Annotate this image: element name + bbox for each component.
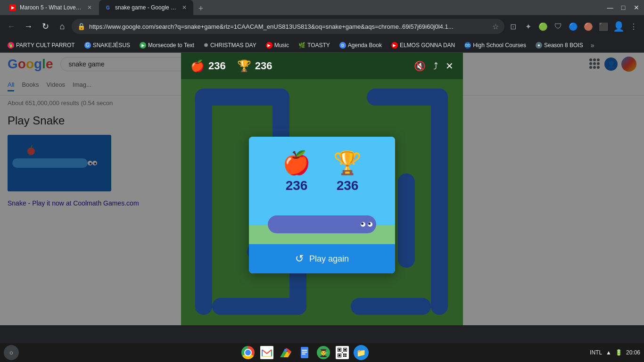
bookmark-christmas-label: CHRISTMAS DAY [210, 42, 256, 49]
bookmark-season8[interactable]: ● Season 8 BOIS [532, 41, 587, 49]
bookmark-party-cult[interactable]: 🦜 PARTY CULT PARROT [4, 41, 79, 49]
nav-right-icons: ⊡ ✦ 🟢 🛡 🔵 🟤 ⬛ 👤 ⋮ [506, 20, 640, 33]
morsecode-favicon: ▶ [140, 42, 146, 49]
home-button[interactable]: ⌂ [55, 19, 70, 34]
drive-icon [279, 346, 292, 359]
refresh-icon: ↺ [295, 253, 304, 265]
game-header-icons: 🔇 ⤴ ✕ [414, 60, 454, 72]
tab-snake-title: snake game - Google Search [115, 4, 177, 11]
battery-icon: 🔋 [615, 349, 622, 356]
google-background: Google 👤 All Books Videos Imag.. [0, 53, 644, 325]
bookmarks-overflow[interactable]: » [591, 41, 594, 49]
back-button[interactable]: ← [4, 19, 19, 34]
share-button[interactable]: ⤴ [433, 61, 438, 72]
extension1-icon[interactable]: 🟢 [537, 20, 550, 33]
current-score-value: 236 [208, 60, 226, 72]
reload-button[interactable]: ↻ [38, 19, 53, 34]
tab-snake-close[interactable]: ✕ [181, 4, 188, 11]
bookmark-highschool-label: High School Courses [473, 42, 526, 49]
svg-rect-9 [195, 89, 212, 315]
profile-icon[interactable]: 👤 [612, 20, 625, 33]
svg-rect-43 [344, 349, 346, 351]
new-tab-button[interactable]: + [194, 2, 207, 15]
page-area: Google 👤 All Books Videos Imag.. [0, 53, 644, 325]
close-button[interactable]: ✕ [633, 4, 640, 11]
play-again-label: Play again [309, 254, 349, 264]
lock-icon: 🔒 [77, 23, 85, 30]
svg-rect-34 [302, 354, 305, 354]
forward-button[interactable]: → [21, 19, 36, 34]
title-bar: ▶ Maroon 5 - What Lovers Do (Lyri... ✕ G… [0, 0, 644, 15]
game-over-modal: 🍎 236 🏆 236 [249, 137, 395, 273]
snake-left-eye [361, 222, 365, 227]
modal-trophy-icon: 🏆 [333, 152, 362, 174]
extension3-icon[interactable]: 🔵 [567, 20, 580, 33]
bookmark-agenda-label: Agenda Book [348, 42, 382, 49]
address-text: https://www.google.com/search?q=snake+ga… [89, 23, 488, 30]
christmas-favicon: ❄ [204, 42, 208, 49]
taskbar-qr[interactable] [334, 344, 351, 361]
bookmark-christmas[interactable]: ❄ CHRISTMAS DAY [200, 41, 260, 49]
svg-rect-33 [302, 352, 307, 353]
nav-bar: ← → ↻ ⌂ 🔒 https://www.google.com/search?… [0, 15, 644, 38]
svg-text:👨‍🎓: 👨‍🎓 [319, 348, 328, 357]
tab-maroon5-title: Maroon 5 - What Lovers Do (Lyri... [20, 4, 83, 11]
bookmark-toasty[interactable]: 🌿 TOASTY [295, 41, 334, 49]
files-icon: 📁 [354, 345, 369, 360]
bookmark-highschool[interactable]: Bb High School Courses [461, 41, 530, 49]
taskbar-chrome[interactable] [239, 344, 256, 361]
play-again-button[interactable]: ↺ Play again [249, 244, 395, 273]
taskbar-files[interactable]: 📁 [353, 344, 370, 361]
svg-rect-46 [339, 354, 340, 356]
minimize-button[interactable]: — [606, 4, 614, 11]
tab-snake[interactable]: G snake game - Google Search ✕ [99, 0, 193, 15]
taskbar-launcher[interactable]: ○ [4, 345, 19, 360]
game-close-button[interactable]: ✕ [446, 60, 454, 72]
modal-best-score: 🏆 236 [333, 152, 362, 193]
gmail-icon [260, 346, 273, 359]
game-header: 🍎 236 🏆 236 🔇 ⤴ ✕ [181, 53, 463, 79]
bookmark-snakejesus[interactable]: G SNAKEJÉSUS [81, 41, 134, 49]
extension5-icon[interactable]: ⬛ [597, 20, 610, 33]
bookmark-music[interactable]: ▶ Music [262, 41, 293, 49]
taskbar-classroom[interactable]: 👨‍🎓 [315, 344, 332, 361]
star-icon[interactable]: ☆ [492, 22, 499, 31]
cast-icon[interactable]: ⊡ [506, 20, 520, 33]
bookmark-morsecode[interactable]: ▶ Morsecode to Text [136, 41, 198, 49]
taskbar-docs[interactable] [296, 344, 313, 361]
svg-rect-17 [367, 89, 448, 106]
modal-apple-icon: 🍎 [282, 152, 311, 174]
wifi-icon: ▲ [606, 349, 611, 356]
tab-maroon5-close[interactable]: ✕ [87, 4, 92, 11]
season8-favicon: ● [536, 42, 542, 49]
svg-rect-20 [351, 298, 431, 315]
music-favicon: ▶ [266, 42, 272, 49]
snake-game-overlay: 🍎 236 🏆 236 🔇 ⤴ ✕ [181, 53, 463, 325]
bookmark-elmos[interactable]: ▶ ELMOS GONNA DAN [388, 41, 459, 49]
svg-rect-15 [398, 173, 415, 268]
tab-maroon5[interactable]: ▶ Maroon 5 - What Lovers Do (Lyri... ✕ [4, 0, 98, 15]
svg-rect-49 [343, 355, 345, 357]
bookmark-agenda[interactable]: B Agenda Book [336, 41, 386, 49]
address-bar[interactable]: 🔒 https://www.google.com/search?q=snake+… [72, 19, 504, 34]
extension4-icon[interactable]: 🟤 [582, 20, 595, 33]
taskbar-gmail[interactable] [258, 344, 275, 361]
bookmark-music-label: Music [274, 42, 289, 49]
svg-rect-51 [342, 352, 343, 353]
best-score-value: 236 [255, 60, 272, 72]
svg-rect-48 [345, 354, 347, 355]
menu-icon[interactable]: ⋮ [627, 20, 640, 33]
party-cult-favicon: 🦜 [8, 42, 14, 49]
bookmark-icon[interactable]: ✦ [521, 20, 535, 33]
toasty-favicon: 🌿 [298, 42, 305, 49]
taskbar-drive[interactable] [277, 344, 294, 361]
chrome-icon [241, 346, 255, 359]
apple-score-icon: 🍎 [190, 59, 205, 73]
modal-best-score-value: 236 [337, 178, 359, 193]
extension2-icon[interactable]: 🛡 [552, 20, 565, 33]
mute-button[interactable]: 🔇 [414, 60, 426, 72]
maximize-button[interactable]: □ [619, 4, 627, 11]
modal-score-area: 🍎 236 🏆 236 [249, 137, 395, 193]
elmos-favicon: ▶ [391, 42, 398, 49]
svg-rect-40 [339, 349, 340, 351]
